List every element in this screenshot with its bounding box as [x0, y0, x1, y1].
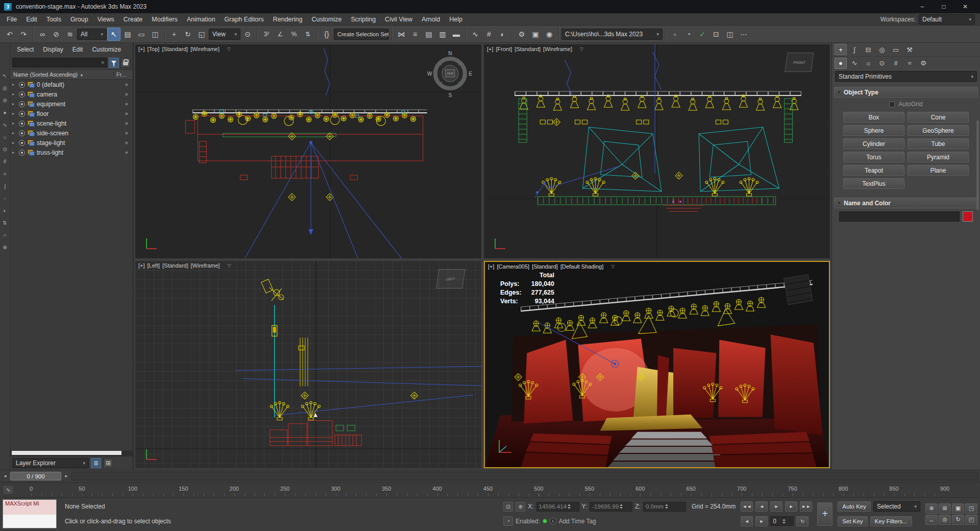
motion-tab-icon[interactable]: ◎: [876, 44, 888, 55]
menu-item[interactable]: Graph Editors: [220, 13, 268, 26]
primitive-button[interactable]: Box: [843, 112, 904, 123]
layer-explorer-toggle-icon[interactable]: ▥: [436, 28, 449, 41]
spinner-icon[interactable]: [782, 519, 791, 524]
expand-arrow-icon[interactable]: ▸: [12, 150, 16, 155]
strip-display-none-icon[interactable]: ⊘: [1, 96, 9, 104]
selection-region-icon[interactable]: ▭: [135, 28, 148, 41]
visibility-eye-icon[interactable]: [19, 101, 25, 107]
scene-explorer-toggle-icon[interactable]: ▤: [422, 28, 435, 41]
loop-toggle-icon[interactable]: ↻: [796, 516, 808, 526]
menu-item[interactable]: File: [2, 13, 21, 26]
menu-item[interactable]: Arnold: [417, 13, 445, 26]
primitive-button[interactable]: Plane: [908, 165, 969, 176]
menu-item[interactable]: Views: [93, 13, 119, 26]
viewport-filter-icon[interactable]: ▽: [228, 263, 231, 268]
viewport-label-token[interactable]: [+]: [138, 262, 145, 269]
more-options-icon[interactable]: ⋯: [737, 28, 750, 41]
viewport-label-token[interactable]: [Camera005]: [497, 263, 530, 270]
spinner-icon[interactable]: [620, 504, 630, 509]
menu-item[interactable]: Edit: [21, 13, 42, 26]
render-setup-icon[interactable]: ⚙: [515, 28, 528, 41]
field-of-view-icon[interactable]: ◎: [939, 515, 951, 525]
set-key-plus-button[interactable]: +: [817, 502, 832, 526]
key-mode-dropdown[interactable]: Selected▾: [873, 501, 920, 512]
viewcube-ghost[interactable]: FRONT: [785, 53, 814, 72]
frozen-toggle-icon[interactable]: ∗: [125, 130, 131, 136]
z-coordinate-field[interactable]: 0.0mm: [643, 502, 686, 512]
menu-item[interactable]: Animation: [182, 13, 220, 26]
redo-icon[interactable]: ↷: [17, 28, 30, 41]
viewport-label-token[interactable]: [Default Shading]: [560, 263, 603, 270]
strip-find-icon[interactable]: ◎: [1, 84, 9, 92]
strip-display-spacewarps-icon[interactable]: ≈: [1, 170, 9, 178]
explorer-options-icon[interactable]: ⊞: [103, 458, 113, 468]
primitive-button[interactable]: Cone: [908, 112, 969, 123]
previous-frame-arrow[interactable]: ◄: [2, 474, 9, 478]
layer-row[interactable]: ▸ truss-light ∗: [10, 148, 133, 157]
menu-item[interactable]: Create: [119, 13, 148, 26]
frozen-column-header[interactable]: Fr...: [113, 71, 130, 78]
absolute-offset-icon[interactable]: ⊕: [516, 502, 525, 512]
object-color-swatch[interactable]: [963, 211, 973, 222]
select-and-scale-icon[interactable]: ◱: [195, 28, 208, 41]
render-check-icon[interactable]: ✓: [696, 28, 709, 41]
frozen-toggle-icon[interactable]: ∗: [125, 101, 131, 107]
expand-arrow-icon[interactable]: ▸: [12, 82, 16, 87]
selection-filter-dropdown[interactable]: All▾: [77, 29, 107, 40]
strip-display-lights-icon[interactable]: ☼: [1, 133, 9, 141]
next-key-button[interactable]: ►: [755, 516, 768, 526]
menu-item[interactable]: Help: [445, 13, 467, 26]
filter-funnel-icon[interactable]: [109, 58, 119, 68]
layer-name[interactable]: side-screen: [37, 130, 68, 137]
frozen-toggle-icon[interactable]: ∗: [125, 91, 131, 97]
snaps-toggle-icon[interactable]: 3²: [260, 28, 273, 41]
viewport-label-token[interactable]: [Standard]: [162, 262, 188, 269]
clear-search-icon[interactable]: ✕: [101, 60, 105, 65]
maxscript-input[interactable]: [3, 515, 56, 528]
zoom-extents-all-icon[interactable]: ◳: [965, 503, 977, 514]
spacewarps-category-icon[interactable]: ≈: [903, 58, 916, 69]
primitive-button[interactable]: Teapot: [843, 165, 904, 176]
display-filter-icon[interactable]: ◔: [682, 28, 695, 41]
pan-icon[interactable]: ↔: [925, 515, 938, 525]
play-button[interactable]: ►: [770, 501, 782, 512]
create-selection-set-dropdown[interactable]: Create Selection Set▾: [334, 29, 389, 40]
expand-arrow-icon[interactable]: ▸: [12, 92, 16, 96]
spinner-icon[interactable]: [568, 504, 577, 509]
lock-icon[interactable]: [120, 58, 131, 68]
visibility-eye-icon[interactable]: [19, 140, 25, 146]
expand-arrow-icon[interactable]: ▸: [12, 111, 16, 116]
layer-name[interactable]: floor: [37, 110, 48, 117]
visibility-eye-icon[interactable]: [19, 91, 25, 98]
viewport-front[interactable]: [+][Front][Standard][Wireframe] ▽ FRONT: [484, 44, 830, 258]
time-slider-track[interactable]: [71, 472, 978, 480]
strip-display-materials-icon[interactable]: ◐: [1, 206, 9, 214]
viewcube-ghost[interactable]: LEFT: [436, 269, 465, 288]
layer-row[interactable]: ▸ scene-light ∗: [10, 118, 133, 128]
viewport-label-token[interactable]: [+]: [488, 263, 495, 270]
visibility-eye-icon[interactable]: [19, 130, 25, 136]
workspace-dropdown[interactable]: Default ▾: [919, 14, 975, 25]
maximize-button[interactable]: □: [933, 0, 954, 13]
command-panel-scrollbar[interactable]: [976, 120, 979, 210]
visibility-eye-icon[interactable]: [19, 120, 25, 127]
menu-item[interactable]: Scripting: [346, 13, 380, 26]
project-path-dropdown[interactable]: C:\Users\ho\...3ds Max 2023▾: [561, 29, 663, 40]
frozen-toggle-icon[interactable]: ∗: [125, 120, 131, 126]
strip-display-helpers-icon[interactable]: #: [1, 157, 9, 165]
primitive-type-dropdown[interactable]: Standard Primitives ▾: [835, 71, 977, 82]
strip-display-shapes-icon[interactable]: ∿: [1, 120, 9, 129]
add-time-tag[interactable]: Add Time Tag: [559, 518, 596, 525]
menu-item[interactable]: Civil View: [380, 13, 417, 26]
mini-curve-editor-icon[interactable]: ∿: [3, 485, 14, 495]
window-crossing-icon[interactable]: ◫: [149, 28, 162, 41]
zoom-all-icon[interactable]: ⊞: [939, 503, 951, 514]
menu-item[interactable]: Customize: [307, 13, 346, 26]
visibility-eye-icon[interactable]: [19, 150, 25, 156]
isolate-selection-icon[interactable]: ▫: [668, 28, 681, 41]
frozen-toggle-icon[interactable]: ∗: [125, 140, 131, 146]
frozen-toggle-icon[interactable]: ∗: [125, 111, 131, 116]
named-selection-sets-icon[interactable]: {}: [320, 28, 333, 41]
primitive-button[interactable]: GeoSphere: [908, 125, 969, 136]
primitive-button[interactable]: Pyramid: [908, 152, 969, 162]
